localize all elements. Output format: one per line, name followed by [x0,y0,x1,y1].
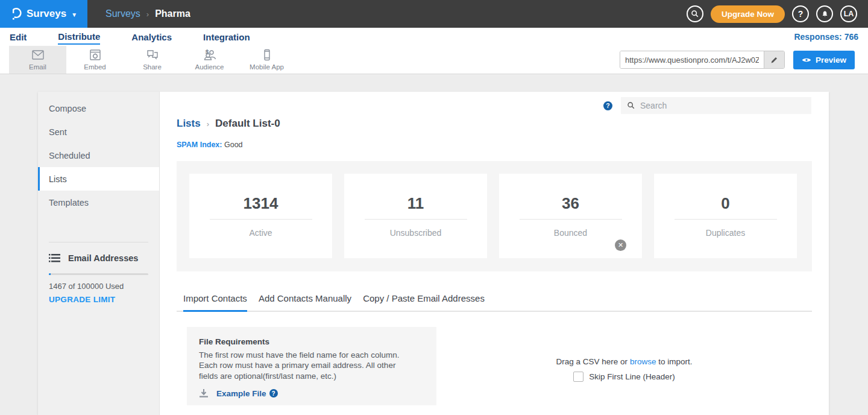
sidebar-item-templates[interactable]: Templates [38,191,159,214]
stat-divider [520,219,622,220]
product-label: Surveys [27,8,66,20]
sidebar-item-sent[interactable]: Sent [38,120,159,144]
breadcrumb-separator: › [146,10,149,19]
stat-value: 1314 [244,194,278,213]
stat-card-duplicates[interactable]: 0 Duplicates [654,174,797,258]
sidebar-list: Compose Sent Scheduled Lists Templates [38,92,159,214]
example-file-link[interactable]: Example File [216,389,266,398]
tab-copy-paste-email-addresses[interactable]: Copy / Paste Email Addresses [363,288,485,312]
top-actions: Upgrade Now ? LA [687,0,868,28]
notifications-bell-icon[interactable] [816,5,833,22]
questionpro-logo-icon [10,7,22,21]
stat-divider [210,219,312,220]
toolbar-item-label: Embed [84,63,105,71]
top-bar: Surveys ▼ Surveys › Pharma Upgrade Now ?… [0,0,868,28]
file-requirements-box: File Requirements The first row must hav… [187,327,436,405]
spam-index: SPAM Index: Good [177,141,243,149]
tab-integration[interactable]: Integration [203,30,250,44]
toolbar-item-email[interactable]: Email [9,46,66,74]
lists-panel: Compose Sent Scheduled Lists Templates E… [38,92,829,415]
list-search-input[interactable] [640,101,805,110]
stat-card-active[interactable]: 1314 Active [189,174,332,258]
mobile-phone-icon [260,49,274,62]
stat-divider [365,219,467,220]
page-background: Compose Sent Scheduled Lists Templates E… [0,74,868,415]
breadcrumb-survey-name[interactable]: Pharma [155,8,190,19]
tab-import-contacts[interactable]: Import Contacts [183,288,247,312]
toolbar-item-mobile-app[interactable]: Mobile App [238,46,295,74]
stat-value: 36 [562,194,579,213]
tab-distribute[interactable]: Distribute [58,30,100,45]
list-lines-icon [49,253,60,263]
email-addresses-title: Email Addresses [68,253,138,263]
toolbar-item-share[interactable]: Share [124,46,181,74]
search-icon[interactable] [687,5,703,22]
upgrade-now-button[interactable]: Upgrade Now [711,5,785,23]
dropzone-text: Drag a CSV here or browse to import. [436,357,812,366]
audience-people-icon: $ [202,49,218,62]
example-file-help-icon[interactable]: ? [269,389,278,398]
survey-url-input[interactable] [620,51,764,68]
file-requirements-body: The first row must have the field name f… [199,350,416,381]
distribute-sidebar: Compose Sent Scheduled Lists Templates E… [38,92,160,415]
stat-label: Active [249,228,272,238]
toolbar-item-audience[interactable]: $ Audience [181,46,238,74]
distribute-toolbar: Email Embed Share $ Audience Mobile App [0,46,868,74]
sidebar-item-lists[interactable]: Lists [38,167,159,191]
preview-label: Preview [816,55,846,65]
download-icon [199,389,209,398]
toolbar-right: Preview [620,46,868,74]
browse-link[interactable]: browse [630,357,656,366]
breadcrumb-lists-link[interactable]: Lists [177,118,201,130]
list-stats-band: 1314 Active 11 Unsubscribed 36 Bounced ✕… [177,161,812,271]
breadcrumb-surveys-link[interactable]: Surveys [105,8,140,19]
toolbar-item-label: Audience [195,63,224,71]
stat-card-unsubscribed[interactable]: 11 Unsubscribed [344,174,487,258]
responses-count[interactable]: Responses: 766 [794,32,858,42]
avatar[interactable]: LA [840,5,857,22]
share-bubbles-icon [145,49,160,62]
dropzone-text-after: to import. [656,357,692,366]
survey-url-group [620,51,785,69]
stat-value: 11 [407,194,424,213]
spam-index-label: SPAM Index: [177,141,222,149]
chevron-down-icon: ▼ [71,11,77,18]
embed-window-icon [88,49,102,62]
email-envelope-icon [31,49,45,62]
stat-label: Unsubscribed [390,228,442,238]
skip-first-line-checkbox[interactable] [573,372,583,382]
toolbar-item-label: Mobile App [250,63,284,71]
breadcrumb-separator: › [207,119,209,128]
toolbar-item-embed[interactable]: Embed [66,46,124,74]
tab-analytics[interactable]: Analytics [131,30,172,44]
survey-nav: Edit Distribute Analytics Integration Re… [0,28,868,46]
stat-label: Bounced [554,228,587,238]
stat-label: Duplicates [706,228,745,238]
skip-first-line-label: Skip First Line (Header) [589,372,675,381]
stat-value: 0 [721,194,729,213]
search-magnifier-icon [627,101,635,110]
edit-url-pencil-icon[interactable] [764,51,784,68]
email-addresses-header: Email Addresses [38,242,159,263]
file-requirements-title: File Requirements [199,337,424,346]
upgrade-limit-link[interactable]: UPGRADE LIMIT [38,291,159,304]
csv-dropzone[interactable]: Drag a CSV here or browse to import. Ski… [436,357,812,382]
stat-divider [675,219,777,220]
eye-icon [802,57,811,63]
product-switcher[interactable]: Surveys ▼ [0,0,87,28]
contacts-tabs: Import Contacts Add Contacts Manually Co… [177,288,812,312]
lists-content: ? Lists › Default List-0 SPAM Index: Goo… [160,92,829,415]
list-help-icon[interactable]: ? [603,101,612,110]
clear-bounced-icon[interactable]: ✕ [615,239,626,251]
help-icon[interactable]: ? [792,5,809,22]
tab-edit[interactable]: Edit [10,30,27,44]
tab-add-contacts-manually[interactable]: Add Contacts Manually [259,288,351,312]
preview-button[interactable]: Preview [793,51,855,69]
sidebar-item-compose[interactable]: Compose [38,97,159,120]
skip-first-line-row: Skip First Line (Header) [436,372,812,382]
breadcrumb-list-name: Default List-0 [215,118,280,130]
dropzone-text-before: Drag a CSV here or [556,357,630,366]
example-file-row[interactable]: Example File ? [199,389,424,398]
stat-card-bounced[interactable]: 36 Bounced ✕ [499,174,642,258]
sidebar-item-scheduled[interactable]: Scheduled [38,144,159,167]
